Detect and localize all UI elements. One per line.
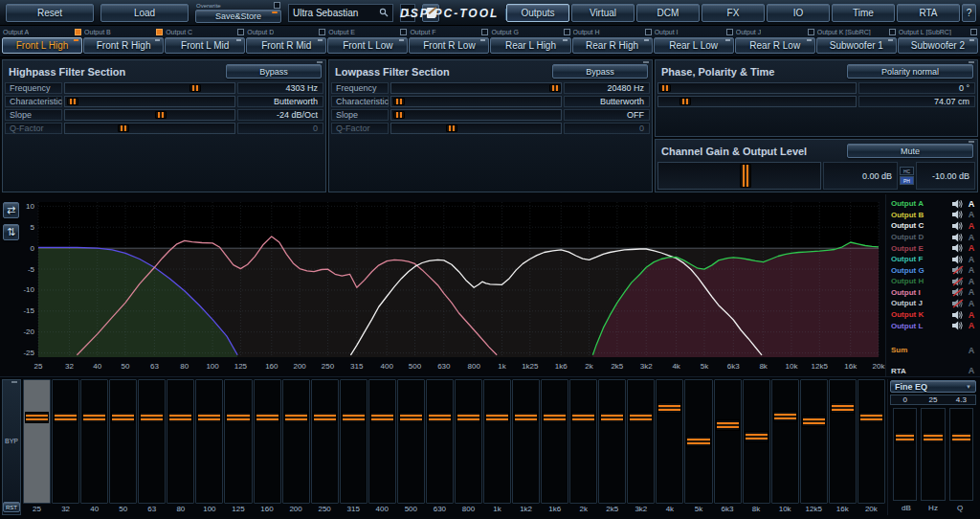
slider-handle[interactable]	[740, 164, 751, 188]
tab-button-front-r-high[interactable]: Front R High	[83, 37, 164, 54]
fine-eq-slider-q[interactable]	[949, 408, 973, 501]
phase-value[interactable]: 0 °	[858, 82, 975, 94]
tab-link-checkbox[interactable]	[481, 29, 488, 35]
legend-row-rta[interactable]: RTAA	[891, 366, 977, 377]
eq-slider-4k[interactable]	[656, 379, 683, 504]
nav-fx-button[interactable]: FX	[702, 4, 765, 22]
eq-handle[interactable]	[571, 412, 595, 423]
eq-slider-50[interactable]	[109, 379, 137, 504]
slider-handle[interactable]	[446, 124, 457, 132]
distance-value[interactable]: 74.07 cm	[858, 96, 975, 107]
link-group-badge[interactable]: A	[966, 321, 977, 330]
eq-slider-5k[interactable]	[684, 379, 712, 504]
eq-slider-20k[interactable]	[858, 379, 885, 504]
tab-link-checkbox[interactable]	[156, 29, 163, 35]
hp-characteristic-value[interactable]: Butterworth	[237, 96, 323, 107]
tab-link-checkbox[interactable]	[808, 29, 814, 35]
link-group-badge[interactable]: A	[966, 243, 977, 253]
eq-handle[interactable]	[773, 411, 797, 422]
link-group-badge[interactable]: A	[966, 255, 977, 264]
tab-link-checkbox[interactable]	[319, 29, 325, 35]
eq-handle[interactable]	[111, 412, 135, 423]
hc-toggle[interactable]: HC	[900, 167, 914, 175]
eq-handle[interactable]	[313, 412, 337, 423]
nav-time-button[interactable]: Time	[832, 4, 895, 22]
eq-handle[interactable]	[543, 412, 567, 423]
eq-slider-400[interactable]	[368, 379, 396, 504]
link-group-badge[interactable]: A	[966, 265, 977, 275]
tab-button-front-l-low[interactable]: Front L Low	[327, 37, 408, 54]
eq-slider-6k3[interactable]	[714, 379, 742, 504]
fine-eq-value-hz[interactable]: 25	[919, 395, 947, 404]
eq-handle[interactable]	[745, 431, 768, 442]
eq-slider-2k5[interactable]	[598, 379, 626, 504]
legend-row-output-i[interactable]: Output IA	[891, 287, 977, 299]
hp-frequency-slider[interactable]	[64, 82, 235, 94]
muted-speaker-icon[interactable]	[952, 265, 964, 275]
polarity-button[interactable]: Polarity normal	[847, 64, 973, 79]
fine-eq-value-q[interactable]: 4.3	[947, 395, 975, 404]
nav-io-button[interactable]: IO	[767, 4, 830, 22]
load-button[interactable]: Load	[100, 4, 189, 22]
eq-handle[interactable]	[859, 412, 883, 423]
lowpass-bypass-button[interactable]: Bypass	[552, 64, 648, 79]
tab-button-rear-r-low[interactable]: Rear R Low	[735, 37, 815, 54]
nav-virtual-button[interactable]: Virtual	[571, 4, 635, 22]
eq-handle[interactable]	[256, 412, 279, 423]
hp-characteristic-slider[interactable]	[64, 96, 235, 107]
link-group-badge[interactable]: A	[966, 366, 977, 375]
legend-row-output-g[interactable]: Output GA	[891, 264, 977, 276]
ph-toggle[interactable]: PH	[900, 176, 914, 185]
muted-speaker-icon[interactable]	[952, 287, 964, 297]
eq-slider-12k5[interactable]	[800, 379, 828, 504]
speaker-icon[interactable]	[952, 255, 964, 264]
vertical-zoom-button[interactable]: ⇅	[3, 224, 19, 240]
muted-speaker-icon[interactable]	[952, 277, 964, 286]
legend-row-output-b[interactable]: Output BA	[891, 210, 977, 221]
legend-row-output-e[interactable]: Output EA	[891, 242, 977, 254]
overwrite-checkbox[interactable]	[274, 2, 280, 9]
legend-row-output-j[interactable]: Output JA	[891, 298, 977, 309]
link-group-badge[interactable]: A	[966, 210, 977, 219]
hp-q-factor-slider[interactable]	[64, 123, 235, 134]
eq-reset-button[interactable]: RST	[3, 502, 20, 512]
eq-slider-250[interactable]	[311, 379, 339, 504]
eq-slider-32[interactable]	[52, 379, 79, 504]
eq-handle[interactable]	[226, 412, 250, 423]
link-group-badge[interactable]: A	[966, 277, 977, 286]
legend-row-output-k[interactable]: Output KA	[891, 309, 977, 321]
eq-slider-80[interactable]	[167, 379, 194, 504]
slider-handle[interactable]	[393, 98, 405, 105]
hp-slope-slider[interactable]	[64, 109, 235, 121]
tab-button-front-l-high[interactable]: Front L High	[2, 37, 82, 54]
eq-handle[interactable]	[831, 402, 855, 414]
legend-row-output-a[interactable]: Output AA	[891, 198, 977, 210]
eq-handle[interactable]	[25, 412, 49, 423]
legend-row-output-d[interactable]: Output DA	[891, 232, 977, 243]
tab-button-subwoofer-1[interactable]: Subwoofer 1	[816, 37, 897, 54]
preset-number-field[interactable]: 1	[400, 4, 415, 22]
eq-slider-63[interactable]	[138, 379, 166, 504]
slider-handle[interactable]	[67, 98, 78, 105]
slider-handle[interactable]	[659, 84, 671, 92]
lp-q-factor-value[interactable]: 0	[564, 123, 650, 134]
eq-handle[interactable]	[951, 432, 971, 443]
nav-outputs-button[interactable]: Outputs	[506, 4, 569, 22]
lp-slope-slider[interactable]	[390, 109, 562, 121]
eq-slider-630[interactable]	[426, 379, 454, 504]
lp-slope-value[interactable]: OFF	[564, 109, 650, 121]
speaker-icon[interactable]	[952, 243, 964, 253]
speaker-icon[interactable]	[952, 310, 964, 320]
gain-value-field[interactable]: 0.00 dB	[823, 162, 898, 190]
link-group-badge[interactable]: A	[966, 346, 977, 355]
speaker-icon[interactable]	[952, 233, 964, 242]
output-level-field[interactable]: -10.00 dB	[916, 162, 975, 190]
link-group-badge[interactable]: A	[966, 221, 977, 231]
eq-handle[interactable]	[168, 412, 192, 423]
eq-handle[interactable]	[716, 419, 740, 431]
eq-handle[interactable]	[399, 412, 423, 423]
slider-handle[interactable]	[189, 84, 201, 92]
link-group-badge[interactable]: A	[966, 287, 977, 297]
eq-handle[interactable]	[197, 412, 221, 423]
tab-button-rear-l-low[interactable]: Rear L Low	[654, 37, 734, 54]
